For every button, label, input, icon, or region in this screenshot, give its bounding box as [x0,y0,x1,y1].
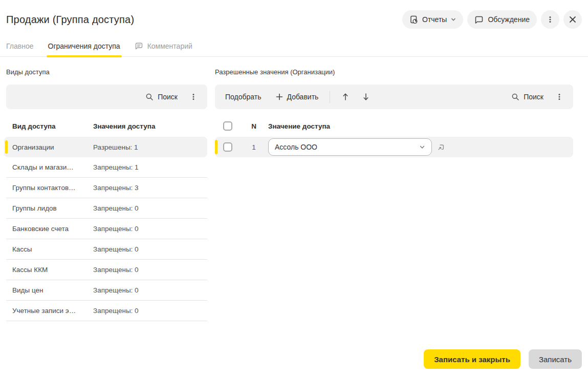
cell-kind: Группы лидов [12,204,93,212]
col-access-kind: Вид доступа [12,122,93,130]
tab-comment-label: Комментарий [147,42,192,50]
row-checkbox[interactable] [223,142,232,152]
allowed-values-panel: Разрешенные значения (Организации) Подоб… [215,57,573,321]
cell-kind: Виды цен [12,286,93,294]
add-label: Добавить [287,93,319,101]
table-row-price-types[interactable]: Виды цен Запрещены: 0 [6,280,207,301]
chat-bubble-icon [474,15,484,24]
kebab-icon [546,15,554,24]
chevron-down-icon[interactable] [419,144,425,150]
table-row-contact-groups[interactable]: Группы контактов… Запрещены: 3 [6,178,207,198]
table-row-organizations[interactable]: Организации Разрешены: 1 [4,137,207,157]
access-value-combobox[interactable]: Ассоль ООО [268,138,432,156]
open-in-form-icon [437,143,445,151]
access-kinds-toolbar: Поиск [6,85,207,109]
arrow-up-icon [341,92,350,101]
current-row-marker [5,140,8,154]
allowed-values-table-header: N Значение доступа [215,115,573,137]
kebab-icon [556,93,563,101]
table-row-email-accounts[interactable]: Учетные записи э… Запрещены: 0 [6,301,207,321]
cell-values: Запрещены: 0 [93,204,207,212]
col-access-value: Значение доступа [268,122,330,130]
access-kinds-panel: Виды доступа Поиск Вид доступа Значения … [6,57,207,321]
cell-row-number: 1 [239,143,268,151]
cell-kind: Организации [12,143,93,151]
cell-values: Запрещены: 3 [93,184,207,192]
pick-button[interactable]: Подобрать [225,93,262,101]
combobox-value: Ассоль ООО [275,143,419,151]
cell-kind: Кассы [12,245,93,253]
tabbar: Главное Ограничения доступа Комментарий [0,42,588,57]
access-kinds-title: Виды доступа [6,68,207,76]
allowed-values-search-button[interactable]: Поиск [511,93,543,101]
cell-values: Запрещены: 1 [93,163,207,171]
tab-main-label: Главное [6,42,34,50]
magnifier-icon [145,93,154,101]
table-row-cash-desks[interactable]: Кассы Запрещены: 0 [6,239,207,260]
allowed-values-search-label: Поиск [524,93,543,101]
reports-label: Отчеты [422,15,447,24]
page-title: Продажи (Группа доступа) [6,14,134,26]
titlebar: Продажи (Группа доступа) Отчеты Обсужден… [0,0,588,29]
titlebar-actions: Отчеты Обсуждение [402,10,582,29]
cell-kind: Группы контактов… [12,184,93,192]
allowed-values-title: Разрешенные значения (Организации) [215,68,573,76]
kebab-icon [190,93,197,101]
save-and-close-button[interactable]: Записать и закрыть [424,349,520,369]
access-kinds-search-button[interactable]: Поиск [145,93,178,101]
close-icon [569,15,577,24]
reports-button[interactable]: Отчеты [402,10,463,29]
cell-values: Запрещены: 0 [93,286,207,294]
content: Виды доступа Поиск Вид доступа Значения … [0,57,588,321]
access-kinds-search-label: Поиск [158,93,178,101]
tab-main[interactable]: Главное [6,42,34,56]
allowed-values-toolbar: Подобрать Добавить [215,85,573,109]
tab-comment[interactable]: Комментарий [135,42,192,56]
table-row-lead-groups[interactable]: Группы лидов Запрещены: 0 [6,198,207,219]
cell-kind: Учетные записи э… [12,307,93,315]
cell-kind: Кассы ККМ [12,266,93,274]
close-button[interactable] [563,10,582,29]
table-row-allowed-value[interactable]: 1 Ассоль ООО [215,137,573,157]
cell-kind: Банковские счета [12,225,93,233]
discussion-button[interactable]: Обсуждение [467,10,537,29]
table-row-bank-accounts[interactable]: Банковские счета Запрещены: 0 [6,219,207,239]
modified-row-marker [215,140,217,154]
tab-access-restrictions-label: Ограничения доступа [48,42,120,50]
table-row-kkm-cash-desks[interactable]: Кассы ККМ Запрещены: 0 [6,260,207,280]
move-down-button[interactable] [362,92,370,101]
move-up-button[interactable] [341,92,350,101]
magnifier-icon [511,93,519,101]
tab-access-restrictions[interactable]: Ограничения доступа [48,42,120,56]
discussion-label: Обсуждение [488,15,530,24]
save-button[interactable]: Записать [529,349,582,369]
open-value-button[interactable] [437,143,445,151]
table-row-warehouses[interactable]: Склады и магази… Запрещены: 1 [6,157,207,178]
cell-values: Запрещены: 0 [93,307,207,315]
col-access-values: Значения доступа [93,122,207,130]
arrow-down-icon [362,92,370,101]
footer: Записать и закрыть Записать [424,349,582,369]
report-icon [409,15,418,24]
cell-values: Запрещены: 0 [93,245,207,253]
access-kinds-table-header: Вид доступа Значения доступа [6,115,207,137]
pick-label: Подобрать [225,93,262,101]
more-actions-button[interactable] [541,10,559,29]
add-button[interactable]: Добавить [276,93,319,101]
cell-values: Запрещены: 0 [93,225,207,233]
select-all-checkbox[interactable] [223,121,232,131]
cell-values: Запрещены: 0 [93,266,207,274]
col-number: N [239,122,268,130]
cell-kind: Склады и магази… [12,163,93,171]
allowed-values-more-button[interactable] [556,93,563,101]
comment-bubble-icon [135,42,143,50]
access-kinds-more-button[interactable] [190,93,197,101]
chevron-down-icon [451,17,456,22]
toolbar-separator [330,91,330,103]
plus-icon [276,93,283,100]
cell-values: Разрешены: 1 [93,143,207,151]
